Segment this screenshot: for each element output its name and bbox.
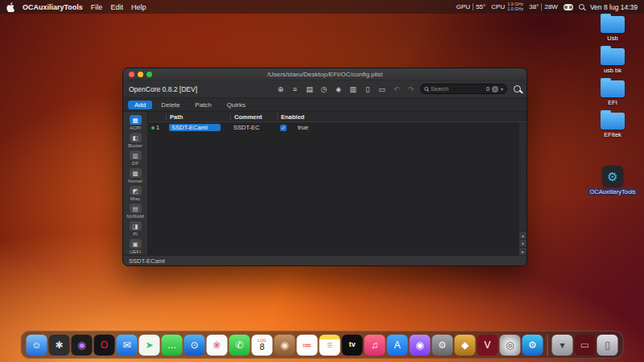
tab-delete[interactable]: Delete <box>155 101 186 109</box>
dock-item-siri[interactable]: ◉ <box>72 335 93 356</box>
undo-icon[interactable]: ↶ <box>391 84 402 95</box>
cpu-status[interactable]: CPU 1.9 GHz 1.0 GHz <box>491 2 523 11</box>
control-center-icon[interactable] <box>564 4 573 10</box>
search-field[interactable]: 0 ✕ ▾ <box>420 84 507 94</box>
sidebar-item-dp[interactable]: ▥ DP <box>123 150 147 167</box>
dock-item-notes[interactable]: ≡ <box>320 335 341 356</box>
col-enabled[interactable]: Enabled <box>277 113 328 121</box>
desktop-icon-usb[interactable]: Usb <box>588 16 638 42</box>
comment-cell[interactable]: SSDT-EC <box>230 124 277 131</box>
scroll-up-icon[interactable]: ▴ <box>519 231 526 239</box>
siri-icon: ◉ <box>77 340 85 350</box>
dock-item-app-store[interactable]: A <box>387 335 408 356</box>
desktop-icon-efi[interactable]: EFI <box>588 80 638 106</box>
path-cell[interactable]: SSDT-ECaml <box>169 124 221 131</box>
temp-power-status[interactable]: 38° 28W <box>529 3 558 10</box>
close-button[interactable] <box>129 72 134 77</box>
dock-item-podcasts[interactable]: ◉ <box>410 335 431 356</box>
info-icon[interactable]: ◈ <box>333 84 344 95</box>
menu-help[interactable]: Help <box>131 3 147 11</box>
scroll-corner-icon[interactable]: ▸ <box>519 247 526 255</box>
scroll-down-icon[interactable]: ▾ <box>519 239 526 247</box>
misc-icon: ◩ <box>130 186 142 195</box>
search-input[interactable] <box>431 86 484 92</box>
find-icon[interactable] <box>514 85 521 93</box>
dock-item-launchpad[interactable]: ✱ <box>49 335 70 356</box>
cpu-label: CPU <box>491 3 505 10</box>
device-icon[interactable]: ▯ <box>362 84 373 95</box>
gear-icon: ⚙ <box>438 340 447 350</box>
save-icon[interactable]: ▤ <box>304 84 315 95</box>
history-icon[interactable]: ◷ <box>319 84 329 95</box>
app-store-icon: A <box>394 340 400 350</box>
dock-item-dvd-player[interactable]: ◎ <box>500 335 521 356</box>
dock-item-external-disk[interactable]: ▭ <box>575 335 596 356</box>
window-titlebar[interactable]: /Users/staru/Desktop/EFI/OC/config.plist <box>123 68 526 80</box>
sidebar-item-label: Booter <box>128 143 142 148</box>
menu-edit[interactable]: Edit <box>110 3 123 11</box>
col-path[interactable]: Path <box>166 113 230 121</box>
col-comment[interactable]: Comment <box>230 113 277 121</box>
spotlight-search-icon[interactable] <box>579 4 584 10</box>
trash-icon: ▯ <box>605 340 610 350</box>
desktop-icon-efitek[interactable]: EFItek <box>588 113 638 138</box>
dock-item-photos[interactable]: ❀ <box>207 335 228 356</box>
gpu-status[interactable]: GPU 55° <box>456 3 485 10</box>
ocauxiliarytools-icon: ⚙ <box>528 340 537 350</box>
book-icon[interactable]: ▥ <box>348 84 358 95</box>
dock-item-tv[interactable]: tv <box>342 335 363 356</box>
sidebar-item-nvram[interactable]: ▤ NVRAM <box>123 203 147 220</box>
tab-quirks[interactable]: Quirks <box>221 101 252 109</box>
sidebar-item-label: Misc <box>130 196 140 201</box>
tab-patch[interactable]: Patch <box>188 101 217 109</box>
dock-item-v-app[interactable]: V <box>477 335 498 356</box>
dock-item-music[interactable]: ♫ <box>365 335 386 356</box>
dock-item-safari[interactable]: ⊙ <box>184 335 205 356</box>
dock-item-messages[interactable]: … <box>162 335 183 356</box>
sidebar-item-kernel[interactable]: ▩ Kernel <box>123 167 147 185</box>
clear-search-icon[interactable]: ✕ <box>492 86 498 93</box>
enabled-value: true <box>298 124 308 131</box>
dock-item-ocauxiliarytools[interactable]: ⚙ <box>522 335 543 356</box>
dock-item-finder[interactable]: ☺ <box>27 335 47 356</box>
sidebar-item-pi[interactable]: ◨ PI <box>123 220 147 238</box>
opera-icon: O <box>101 340 108 350</box>
tab-add[interactable]: Add <box>128 101 152 109</box>
menubar-clock[interactable]: Ven 8 lug 14:39 <box>590 3 638 11</box>
list-icon[interactable]: ≡ <box>290 84 300 95</box>
menubar-app-name[interactable]: OCAuxiliaryTools <box>23 3 83 11</box>
sidebar-item-misc[interactable]: ◩ Misc <box>123 185 147 203</box>
menu-file[interactable]: File <box>91 3 103 11</box>
row-number: 1 <box>156 124 159 131</box>
apple-menu-icon[interactable] <box>6 2 14 12</box>
window-title: /Users/staru/Desktop/EFI/OC/config.plist <box>267 71 383 78</box>
zoom-icon[interactable]: ⊕ <box>275 84 286 95</box>
minimize-button[interactable] <box>138 72 143 77</box>
sidebar-item-uefi[interactable]: ▣ UEFI <box>123 238 147 256</box>
print-icon[interactable]: ▭ <box>377 84 387 95</box>
dock-item-maps[interactable]: ➤ <box>139 335 160 356</box>
desktop-icon-ocauxiliarytools[interactable]: ⚙ OCAuxiliaryTools <box>588 166 638 195</box>
sidebar-item-acpi[interactable]: ▦ ACPI <box>123 114 147 132</box>
homebrew-icon: ◆ <box>461 340 469 350</box>
dock-item-calendar[interactable]: lug 8 <box>252 335 273 356</box>
table-row[interactable]: 1 SSDT-ECaml SSDT-EC ✓ true <box>148 122 526 133</box>
vertical-scrollbar[interactable]: ▴ ▾ ▸ <box>518 122 526 255</box>
desktop-icon-usb-bk[interactable]: usb bk <box>588 48 638 74</box>
dock-item-homebrew[interactable]: ◆ <box>455 335 476 356</box>
dock-item-mail[interactable]: ✉ <box>117 335 138 356</box>
booter-icon: ◧ <box>130 133 142 142</box>
dock-item-opera[interactable]: O <box>94 335 115 356</box>
enabled-checkbox[interactable]: ✓ <box>280 125 287 131</box>
dock-item-contacts[interactable]: ◉ <box>275 335 295 356</box>
dock-item-trash[interactable]: ▯ <box>597 335 618 356</box>
dock-item-downloads[interactable]: ▾ <box>552 335 573 356</box>
dock-item-reminders[interactable]: ≔ <box>297 335 318 356</box>
redo-icon[interactable]: ↷ <box>406 84 416 95</box>
desktop-icon-label: EFI <box>608 99 617 106</box>
sidebar-item-booter[interactable]: ◧ Booter <box>123 132 147 150</box>
dock-item-system-settings[interactable]: ⚙ <box>432 335 453 356</box>
zoom-button[interactable] <box>147 72 152 77</box>
search-dropdown-icon[interactable]: ▾ <box>501 86 503 92</box>
dock-item-facetime[interactable]: ✆ <box>229 335 250 356</box>
